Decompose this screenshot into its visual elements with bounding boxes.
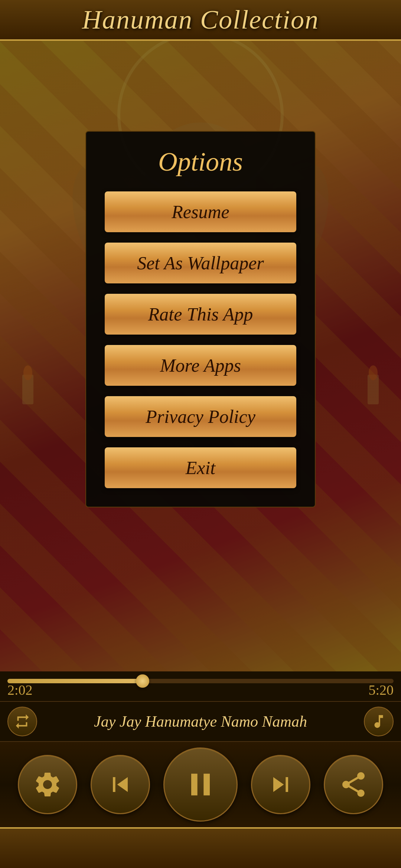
share-icon bbox=[339, 770, 368, 799]
time-total: 5:20 bbox=[368, 682, 394, 698]
app-header: Hanuman Collection bbox=[0, 0, 401, 41]
now-playing-title: Jay Jay Hanumatye Namo Namah bbox=[45, 713, 356, 730]
options-modal: Options Resume Set As Wallpaper Rate Thi… bbox=[85, 131, 316, 507]
music-note-button[interactable] bbox=[364, 707, 394, 736]
music-icon bbox=[370, 713, 387, 730]
app-title: Hanuman Collection bbox=[82, 4, 319, 35]
more-apps-button[interactable]: More Apps bbox=[105, 345, 296, 386]
repeat-icon bbox=[14, 713, 31, 730]
settings-icon bbox=[33, 770, 62, 799]
exit-button[interactable]: Exit bbox=[105, 447, 296, 488]
now-playing-bar: Jay Jay Hanumatye Namo Namah bbox=[0, 701, 401, 742]
pause-button[interactable] bbox=[163, 747, 238, 822]
controls-bar bbox=[0, 742, 401, 827]
rewind-icon bbox=[105, 770, 135, 799]
forward-icon bbox=[266, 770, 296, 799]
resume-button[interactable]: Resume bbox=[105, 191, 296, 232]
rewind-button[interactable] bbox=[91, 755, 150, 814]
progress-bar-container[interactable] bbox=[7, 679, 394, 683]
modal-title: Options bbox=[158, 147, 243, 177]
settings-button[interactable] bbox=[18, 755, 77, 814]
set-wallpaper-button[interactable]: Set As Wallpaper bbox=[105, 243, 296, 283]
forward-button[interactable] bbox=[251, 755, 310, 814]
privacy-policy-button[interactable]: Privacy Policy bbox=[105, 396, 296, 437]
share-button[interactable] bbox=[324, 755, 383, 814]
main-image-area: Options Resume Set As Wallpaper Rate Thi… bbox=[0, 41, 401, 671]
modal-overlay: Options Resume Set As Wallpaper Rate Thi… bbox=[0, 41, 401, 671]
repeat-button[interactable] bbox=[7, 707, 37, 736]
time-current: 2:02 bbox=[7, 682, 33, 698]
progress-area[interactable]: 2:02 5:20 bbox=[0, 671, 401, 701]
pause-icon bbox=[182, 766, 219, 803]
bottom-bar bbox=[0, 827, 401, 868]
progress-bar-fill bbox=[7, 679, 143, 683]
rate-app-button[interactable]: Rate This App bbox=[105, 294, 296, 335]
progress-thumb[interactable] bbox=[136, 674, 149, 688]
